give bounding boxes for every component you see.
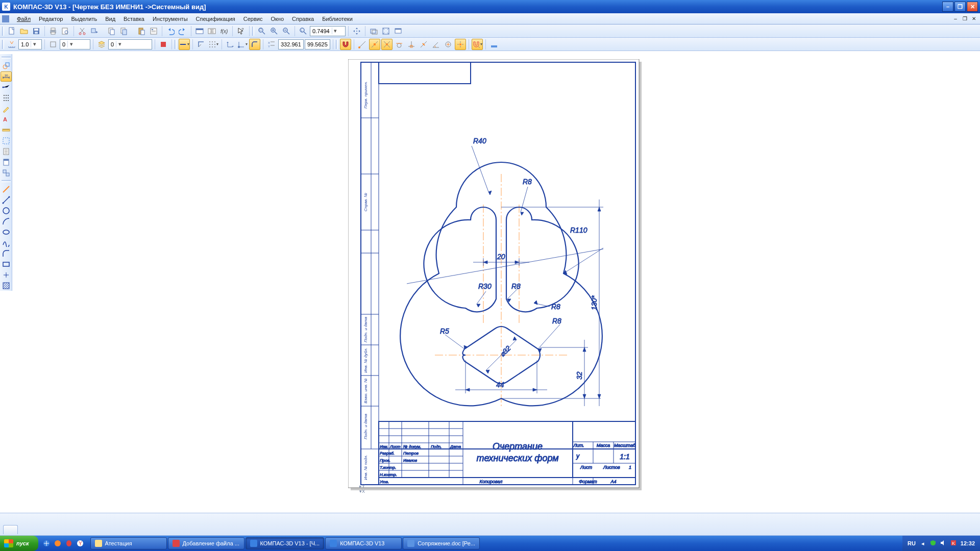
tray-expand-icon[interactable]: ◂	[920, 540, 926, 546]
stop-button[interactable]	[158, 39, 169, 50]
snap-config-button[interactable]: ▾	[472, 39, 483, 50]
local-cs-button[interactable]	[225, 39, 236, 50]
state-a-combo[interactable]: 0▾	[60, 39, 90, 49]
geometry-tool[interactable]	[1, 61, 12, 71]
undo-button[interactable]	[165, 26, 176, 37]
pan-button[interactable]	[351, 26, 362, 37]
snap-point-button[interactable]	[455, 39, 466, 50]
snap-toggle-button[interactable]	[340, 39, 351, 50]
ql-yandex-icon[interactable]: Y	[75, 538, 85, 549]
menu-select[interactable]: Выделить	[67, 15, 101, 23]
snap-tangent-button[interactable]	[394, 39, 405, 50]
redraw-button[interactable]	[393, 26, 404, 37]
rect-tool[interactable]	[1, 259, 12, 269]
tray-volume-icon[interactable]	[940, 540, 946, 547]
manager-button[interactable]	[194, 26, 205, 37]
dropdown-a-button[interactable]	[89, 26, 100, 37]
spline-tool[interactable]	[1, 238, 12, 248]
dropdown-b-button[interactable]	[118, 26, 130, 37]
menu-view[interactable]: Вид	[102, 15, 119, 23]
state-a-button[interactable]	[47, 39, 59, 50]
tray-shield-icon[interactable]	[930, 540, 936, 547]
point-tool[interactable]	[1, 270, 12, 280]
tray-clock[interactable]: 12:32	[961, 540, 975, 546]
step-combo[interactable]: 1.0▾	[18, 39, 42, 49]
snap-step-button[interactable]	[6, 39, 17, 50]
cs-dropdown-button[interactable]: ▾	[237, 39, 248, 50]
designations-tool[interactable]	[1, 82, 12, 92]
menu-window[interactable]: Окно	[267, 15, 287, 23]
menu-help[interactable]: Справка	[288, 15, 317, 23]
fillet-tool[interactable]	[1, 248, 12, 259]
zoom-window-button[interactable]	[256, 26, 267, 37]
task-item[interactable]: КОМПАС-3D V13	[325, 537, 402, 549]
zoom-all-button[interactable]	[380, 26, 391, 37]
drawing-canvas[interactable]: Перв. примен. Справ. № Подп. и дата Инв.…	[12, 54, 980, 513]
tray-av-icon[interactable]: K	[950, 540, 957, 547]
reports-tool[interactable]	[1, 157, 12, 167]
paste-button[interactable]	[136, 26, 147, 37]
save-button[interactable]	[31, 26, 42, 37]
line-style-button[interactable]: ▾	[179, 39, 190, 50]
layer-combo[interactable]: 0▾	[108, 39, 152, 49]
mdi-close-button[interactable]: ✕	[970, 15, 978, 22]
auto-line-tool[interactable]	[1, 184, 12, 194]
ortho-button[interactable]	[195, 39, 207, 50]
circle-tool[interactable]	[1, 206, 12, 216]
close-button[interactable]: ✕	[967, 2, 978, 12]
selection-tool[interactable]	[1, 136, 12, 146]
property-tab[interactable]	[3, 525, 18, 534]
build-designations-tool[interactable]	[1, 93, 12, 103]
menu-editor[interactable]: Редактор	[35, 15, 66, 23]
task-item[interactable]: Сопряжение.doc [Ре...	[403, 537, 480, 549]
menu-tools[interactable]: Инструменты	[149, 15, 191, 23]
layer-button[interactable]	[96, 39, 107, 50]
maximize-button[interactable]: ❐	[954, 2, 966, 12]
edit-tool[interactable]	[1, 104, 12, 114]
line-tool[interactable]	[1, 195, 12, 205]
coord-x-field[interactable]: 332.961	[278, 39, 304, 49]
ql-firefox-icon[interactable]	[53, 538, 63, 549]
ellipse-tool[interactable]	[1, 227, 12, 237]
start-button[interactable]: пуск	[0, 536, 38, 551]
menu-insert[interactable]: Вставка	[120, 15, 148, 23]
arc-tool[interactable]	[1, 216, 12, 227]
dimensions-tool[interactable]: 20	[1, 71, 12, 82]
properties-button[interactable]	[148, 26, 159, 37]
snap-intersect-button[interactable]	[381, 39, 393, 50]
zoom-combo[interactable]: 0.7494▾	[310, 26, 346, 36]
variables-button[interactable]	[206, 26, 217, 37]
help-cursor-button[interactable]: ?	[235, 26, 247, 37]
menu-service[interactable]: Сервис	[240, 15, 266, 23]
mdi-minimize-button[interactable]: –	[951, 15, 960, 22]
fx-button[interactable]: f(x)	[218, 26, 230, 37]
params-tool[interactable]: A	[1, 114, 12, 124]
mdi-restore-button[interactable]: ❐	[961, 15, 969, 22]
menu-file[interactable]: Файл	[13, 15, 34, 23]
zoom-out-button[interactable]	[281, 26, 292, 37]
snap-nearest-button[interactable]	[418, 39, 429, 50]
task-item[interactable]: КОМПАС-3D V13 - [Ч...	[246, 537, 325, 549]
measure-tool[interactable]	[1, 125, 12, 135]
task-item[interactable]: Добавление файла ...	[168, 537, 244, 549]
open-button[interactable]	[18, 26, 30, 37]
ql-opera-icon[interactable]	[64, 538, 74, 549]
hatch-tool[interactable]	[1, 281, 12, 291]
snap-angle-button[interactable]	[430, 39, 442, 50]
menu-libs[interactable]: Библиотеки	[318, 15, 356, 23]
round-button[interactable]	[249, 39, 260, 50]
snap-mid-button[interactable]	[369, 39, 380, 50]
mdi-document-icon[interactable]	[2, 15, 9, 22]
insert-views-tool[interactable]	[1, 168, 12, 178]
print-button[interactable]	[47, 26, 59, 37]
spec-tool[interactable]	[1, 146, 12, 157]
cut-button[interactable]	[77, 26, 88, 37]
snap-normal-button[interactable]	[406, 39, 417, 50]
ql-browser-icon[interactable]	[41, 538, 52, 549]
grid-button[interactable]: ▾	[208, 39, 219, 50]
language-indicator[interactable]: RU	[908, 540, 916, 546]
coord-y-field[interactable]: 99.5625	[305, 39, 330, 49]
menu-spec[interactable]: Спецификация	[192, 15, 239, 23]
minimize-button[interactable]: –	[942, 2, 953, 12]
redo-button[interactable]	[177, 26, 188, 37]
